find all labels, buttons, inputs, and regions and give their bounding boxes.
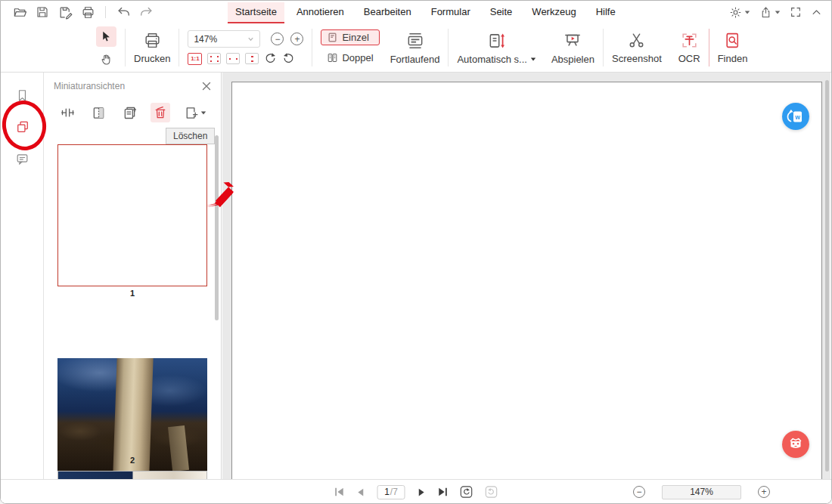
split-page-button[interactable] [88, 103, 108, 122]
add-page-button[interactable] [182, 103, 207, 122]
hand-tool-button[interactable] [96, 49, 116, 70]
fit-height-button[interactable] [245, 53, 259, 64]
ocr-label: OCR [678, 53, 700, 64]
hand-icon [100, 53, 113, 66]
first-page-button[interactable] [334, 487, 345, 497]
open-file-button[interactable] [11, 4, 28, 20]
zoom-select[interactable]: 147% [188, 30, 260, 48]
merge-pages-icon [60, 105, 76, 121]
chevron-up-icon [811, 7, 822, 18]
auto-scroll-button[interactable]: Automatisch s... [457, 31, 536, 65]
double-page-view-button[interactable]: Doppel [321, 50, 379, 66]
next-view-button[interactable] [485, 485, 498, 499]
find-label: Finden [718, 53, 748, 64]
bookmark-icon [15, 88, 29, 103]
page-number-input[interactable]: 1/7 [377, 485, 405, 499]
ocr-icon [680, 31, 699, 50]
save-icon [36, 5, 49, 19]
single-page-icon [327, 32, 338, 43]
zoom-out-button[interactable]: − [633, 486, 645, 498]
quick-print-button[interactable] [79, 4, 96, 20]
document-scrollbar[interactable] [825, 80, 829, 472]
redo-button[interactable] [138, 4, 154, 20]
theme-sun-icon [729, 6, 742, 19]
undo-button[interactable] [115, 4, 132, 20]
convert-to-word-button[interactable]: w [782, 103, 809, 130]
last-page-button[interactable] [438, 487, 449, 497]
redo-icon [139, 5, 154, 20]
zoom-controls: − 147% + [633, 480, 770, 504]
document-area: w [222, 73, 830, 479]
tab-hilfe[interactable]: Hilfe [588, 2, 623, 23]
ribbon-separator-red [709, 29, 709, 66]
fit-width-button[interactable] [226, 53, 240, 64]
chevron-down-icon [247, 36, 254, 42]
first-page-icon [334, 487, 345, 497]
previous-page-button[interactable] [356, 487, 366, 497]
theme-button[interactable] [729, 6, 750, 19]
zoom-in-button[interactable]: + [290, 32, 303, 45]
ribbon-separator [312, 29, 312, 66]
undo-icon [116, 5, 131, 20]
screenshot-button[interactable]: Screenshot [612, 31, 662, 64]
extract-pages-icon [122, 105, 138, 121]
ocr-button[interactable]: OCR [678, 31, 700, 64]
play-presentation-button[interactable]: Abspielen [551, 31, 595, 65]
extract-pages-button[interactable] [120, 103, 139, 122]
document-page[interactable] [231, 82, 822, 479]
printer-icon [143, 31, 162, 50]
capture-group: Screenshot OCR [612, 31, 700, 64]
navigation-sidebar [1, 73, 44, 502]
thumbnail-page-1[interactable] [57, 144, 207, 286]
zoom-group: 147% − + 1:1 [188, 30, 303, 65]
delete-page-button[interactable] [151, 103, 170, 122]
save-button[interactable] [34, 4, 51, 20]
zoom-level-display[interactable]: 147% [662, 485, 741, 499]
continuous-view-button[interactable]: Fortlaufend [390, 31, 440, 65]
print-label: Drucken [134, 53, 170, 64]
next-page-button[interactable] [417, 487, 427, 497]
fit-page-button[interactable] [207, 53, 221, 64]
fullscreen-button[interactable] [790, 6, 802, 18]
tab-startseite[interactable]: Startseite [228, 2, 284, 23]
select-tool-button[interactable] [96, 26, 116, 47]
play-label: Abspielen [551, 54, 595, 65]
tab-formular[interactable]: Formular [424, 2, 478, 23]
actual-size-button[interactable]: 1:1 [188, 53, 202, 65]
quick-access-toolbar [11, 1, 154, 23]
save-as-icon [58, 5, 73, 20]
thumbnails-panel: Miniaturansichten [44, 73, 222, 479]
zoom-in-button[interactable]: + [758, 486, 770, 498]
close-panel-button[interactable] [202, 82, 211, 91]
presentation-play-icon [563, 31, 582, 51]
split-page-icon [91, 105, 107, 121]
insert-pages-button[interactable] [57, 103, 77, 122]
last-page-icon [438, 487, 449, 497]
save-as-button[interactable] [57, 4, 73, 20]
find-group[interactable]: Finden [718, 31, 748, 64]
folder-open-icon [13, 5, 27, 20]
thumbnails-scrollbar[interactable] [215, 135, 219, 320]
bookmarks-panel-button[interactable] [1, 82, 44, 109]
ai-assistant-button[interactable] [782, 431, 809, 458]
comments-panel-button[interactable] [1, 145, 44, 172]
status-bar: 1/7 − 147% + [1, 479, 831, 503]
next-view-icon [485, 485, 498, 499]
tab-annotieren[interactable]: Annotieren [289, 2, 352, 23]
tab-seite[interactable]: Seite [483, 2, 520, 23]
pdf-editor-window: Startseite Annotieren Bearbeiten Formula… [0, 0, 832, 504]
collapse-ribbon-button[interactable] [811, 7, 822, 18]
scroll-play-group: Automatisch s... Abspielen [457, 31, 595, 65]
zoom-out-button[interactable]: − [271, 32, 284, 45]
tab-werkzeug[interactable]: Werkzeug [524, 2, 583, 23]
previous-view-button[interactable] [460, 485, 473, 499]
rotate-counterclockwise-icon[interactable] [282, 52, 295, 65]
print-group[interactable]: Drucken [134, 31, 170, 64]
tab-bearbeiten[interactable]: Bearbeiten [356, 2, 419, 23]
continuous-scroll-icon [405, 31, 425, 51]
thumbnail-page-2-number: 2 [57, 456, 207, 465]
thumbnails-panel-button[interactable] [1, 113, 44, 141]
share-button[interactable] [759, 6, 781, 19]
rotate-clockwise-icon[interactable] [264, 52, 277, 65]
single-page-view-button[interactable]: Einzel [321, 29, 379, 45]
